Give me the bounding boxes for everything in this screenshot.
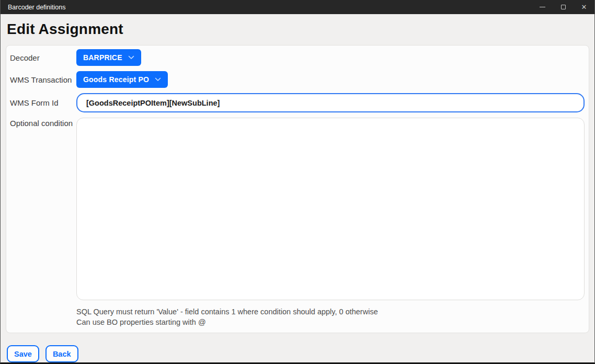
chevron-down-icon: [155, 77, 161, 82]
wms-transaction-row: WMS Transaction Goods Receipt PO: [10, 71, 585, 88]
decoder-dropdown[interactable]: BARPRICE: [76, 49, 141, 66]
help-line-1: SQL Query must return 'Value' - field co…: [76, 307, 585, 317]
page-title: Edit Assignment: [7, 20, 588, 38]
decoder-label: Decoder: [10, 53, 76, 62]
optional-condition-row: Optional condition: [10, 118, 585, 302]
back-button[interactable]: Back: [45, 345, 78, 362]
minimize-button[interactable]: [532, 0, 553, 14]
maximize-icon: [561, 5, 566, 9]
window-title: Barcoder definitions: [8, 4, 65, 11]
optional-condition-textarea[interactable]: [76, 118, 585, 300]
help-line-2: Can use BO properties starting with @: [76, 317, 585, 328]
titlebar: Barcoder definitions ✕: [1, 0, 594, 14]
maximize-button[interactable]: [553, 0, 574, 14]
optional-condition-label: Optional condition: [10, 118, 76, 128]
footer-actions: Save Back: [7, 345, 588, 362]
wms-form-id-input[interactable]: [76, 93, 585, 112]
save-button[interactable]: Save: [7, 345, 39, 362]
chevron-down-icon: [128, 55, 134, 60]
close-button[interactable]: ✕: [574, 0, 594, 14]
window-controls: ✕: [532, 0, 594, 14]
close-icon: ✕: [581, 4, 587, 10]
wms-transaction-dropdown-value: Goods Receipt PO: [83, 75, 149, 84]
wms-form-id-row: WMS Form Id: [10, 93, 585, 112]
optional-condition-help: SQL Query must return 'Value' - field co…: [76, 307, 585, 327]
decoder-row: Decoder BARPRICE: [10, 49, 585, 66]
decoder-dropdown-value: BARPRICE: [83, 53, 122, 62]
wms-transaction-label: WMS Transaction: [10, 75, 76, 84]
wms-form-id-label: WMS Form Id: [10, 98, 76, 107]
wms-transaction-dropdown[interactable]: Goods Receipt PO: [76, 71, 168, 88]
edit-assignment-form: Decoder BARPRICE WMS Transaction Goods R…: [6, 45, 589, 333]
app-window: Barcoder definitions ✕ Edit Assignment D…: [0, 0, 595, 364]
minimize-icon: [540, 7, 545, 7]
